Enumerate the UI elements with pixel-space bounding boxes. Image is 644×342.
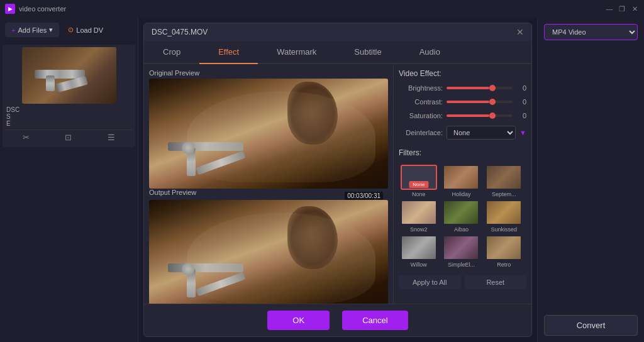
filter-bg-sunkissed (487, 201, 521, 224)
dialog-titlebar: DSC_0475.MOV ✕ (144, 23, 531, 41)
pipe-1 (168, 142, 243, 151)
filter-item-aibao[interactable]: Aibao (441, 200, 482, 233)
output-preview-panel: Output Preview 00:03/00:31 (149, 189, 388, 304)
filter-bg-willow (402, 236, 436, 259)
brightness-label: Brightness: (399, 84, 443, 92)
brightness-fill (447, 87, 489, 89)
filter-name-september: Septem... (492, 191, 516, 197)
filter-thumb-none: None (401, 165, 437, 190)
file-size: S (6, 113, 131, 120)
filter-name-retro: Retro (497, 262, 511, 268)
file-list: DSC S E ✂ ⊡ ☰ (0, 42, 138, 342)
titlebar-controls[interactable]: — ❐ ✕ (605, 4, 639, 13)
dialog-title: DSC_0475.MOV (152, 28, 208, 36)
minimize-icon[interactable]: — (605, 4, 614, 13)
filter-bg-september (487, 166, 521, 189)
load-label: Load DV (76, 26, 103, 34)
crop-action-button[interactable]: ⊡ (65, 133, 72, 142)
sidebar-toolbar: + Add Files ▾ ⊙ Load DV (0, 18, 138, 42)
close-icon[interactable]: ✕ (630, 4, 639, 13)
file-thumbnail (22, 47, 116, 104)
saturation-slider[interactable] (447, 114, 513, 117)
dialog-tabs: Crop Effect Watermark Subtitle Audio (144, 41, 531, 64)
effects-panel: Video Effect: Brightness: 0 Contrast: (393, 64, 531, 304)
original-preview-label: Original Preview (149, 69, 388, 77)
hand-silhouette-orig (287, 82, 338, 145)
video-effect-label: Video Effect: (399, 69, 526, 78)
list-item[interactable]: DSC S E ✂ ⊡ ☰ (3, 45, 135, 147)
filter-item-simpleel[interactable]: SimpleEl... (441, 235, 482, 268)
saturation-label: Saturation: (399, 112, 443, 119)
convert-button[interactable]: Convert (544, 315, 638, 336)
filter-item-willow[interactable]: Willow (399, 235, 439, 268)
filters-label: Filters: (399, 148, 526, 157)
filter-bg-simpleel (444, 236, 478, 259)
cancel-button[interactable]: Cancel (342, 311, 408, 330)
settings-button[interactable]: ☰ (108, 133, 115, 142)
filter-item-september[interactable]: Septem... (484, 165, 524, 197)
tab-subtitle[interactable]: Subtitle (335, 41, 400, 64)
right-panel: MP4 Video Convert (537, 18, 644, 342)
preview-section: Original Preview Output Pr (144, 64, 393, 304)
filter-thumb-retro (486, 235, 522, 260)
filter-bg-retro (487, 236, 521, 259)
filter-item-retro[interactable]: Retro (484, 235, 524, 268)
restore-icon[interactable]: ❐ (618, 4, 626, 13)
brightness-value: 0 (516, 84, 526, 92)
filter-bg-holiday (444, 166, 478, 189)
center-area: DSC_0475.MOV ✕ Crop Effect Watermark Sub… (138, 18, 537, 342)
pipe-elbow-1 (182, 141, 194, 154)
cut-button[interactable]: ✂ (23, 133, 30, 142)
original-preview-image (149, 79, 388, 189)
filters-scroll[interactable]: None None Holiday (399, 165, 526, 268)
contrast-row: Contrast: 0 (399, 98, 526, 106)
contrast-value: 0 (516, 98, 526, 106)
hand-silhouette-out (287, 206, 338, 269)
saturation-thumb[interactable] (489, 113, 496, 119)
add-files-arrow: ▾ (49, 26, 53, 34)
timestamp: 00:03/00:31 (345, 192, 383, 200)
pipe-5 (187, 269, 196, 297)
original-preview-panel: Original Preview (149, 69, 388, 189)
load-icon: ⊙ (68, 26, 74, 34)
tab-audio[interactable]: Audio (401, 41, 459, 64)
filter-item-sunkissed[interactable]: Sunkissed (484, 200, 524, 233)
saturation-row: Saturation: 0 (399, 112, 526, 119)
filter-thumb-willow (401, 235, 437, 260)
output-preview-label: Output Preview (149, 189, 196, 196)
pipe-elbow-2 (182, 263, 194, 275)
format-select[interactable]: MP4 Video (544, 24, 638, 40)
saturation-fill (447, 114, 489, 117)
deinterlace-label: Deinterlace: (399, 129, 443, 136)
brightness-thumb[interactable] (489, 85, 496, 91)
dialog-close-button[interactable]: ✕ (516, 27, 524, 37)
sidebar: + Add Files ▾ ⊙ Load DV (0, 18, 138, 342)
filter-bg-aibao (444, 201, 478, 224)
filters-grid: None None Holiday (399, 165, 524, 268)
file-name: DSC (6, 106, 131, 113)
filter-item-holiday[interactable]: Holiday (441, 165, 482, 197)
add-files-button[interactable]: + Add Files ▾ (5, 23, 59, 37)
tab-watermark[interactable]: Watermark (258, 41, 335, 64)
filter-thumb-september (486, 165, 522, 190)
filter-name-sunkissed: Sunkissed (491, 226, 517, 233)
filter-item-snow2[interactable]: Snow2 (399, 200, 439, 233)
filter-none-inner-label: None (409, 181, 428, 188)
contrast-thumb[interactable] (489, 99, 496, 105)
tab-effect[interactable]: Effect (199, 41, 258, 64)
reset-button[interactable]: Reset (465, 275, 527, 289)
load-dv-button[interactable]: ⊙ Load DV (64, 23, 107, 37)
deinterlace-select[interactable]: None (447, 126, 516, 140)
saturation-value: 0 (516, 112, 526, 119)
contrast-slider[interactable] (447, 101, 513, 103)
tab-crop[interactable]: Crop (144, 41, 199, 64)
filter-thumb-snow2 (401, 200, 437, 225)
brightness-slider[interactable] (447, 87, 513, 89)
filter-name-aibao: Aibao (454, 226, 469, 233)
effects-footer: Apply to All Reset (399, 275, 526, 289)
output-preview-image (149, 200, 388, 304)
ok-button[interactable]: OK (267, 311, 330, 330)
brightness-row: Brightness: 0 (399, 84, 526, 92)
apply-all-button[interactable]: Apply to All (399, 275, 461, 289)
filter-item-none[interactable]: None None (399, 165, 439, 197)
